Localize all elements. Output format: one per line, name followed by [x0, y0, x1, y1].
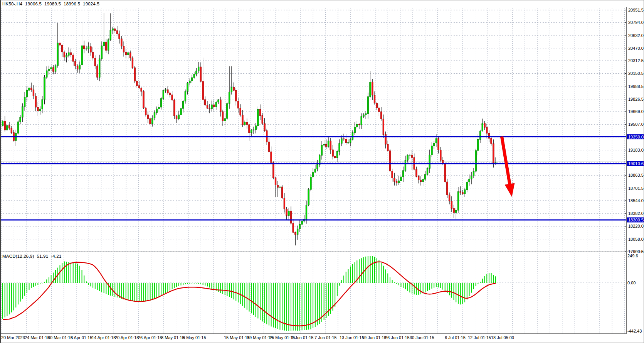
macd-histogram-bar: [370, 256, 371, 283]
macd-histogram-bar: [293, 283, 294, 331]
macd-histogram-bar: [484, 276, 485, 283]
macd-histogram-bar: [385, 269, 386, 283]
y-axis-label: 19988.5: [628, 84, 644, 89]
macd-histogram-bar: [445, 283, 446, 291]
x-axis-date-label: 12 Jul 01:15: [468, 335, 491, 340]
macd-histogram-bar: [337, 283, 338, 296]
macd-histogram-bar: [167, 283, 168, 292]
macd-histogram-bar: [24, 283, 25, 296]
macd-histogram-bar: [84, 275, 84, 283]
macd-histogram-bar: [381, 263, 382, 283]
macd-histogram-bar: [106, 283, 106, 294]
macd-histogram-bar: [387, 274, 388, 283]
macd-histogram-bar: [315, 283, 316, 327]
macd-histogram-bar: [460, 283, 461, 304]
macd-axis-label: 249.6: [627, 253, 638, 258]
macd-histogram-bar: [196, 283, 197, 284]
macd-histogram-bar: [374, 257, 375, 283]
macd-histogram-bar: [256, 283, 256, 317]
macd-histogram-bar: [35, 283, 36, 286]
macd-histogram-bar: [42, 283, 43, 283]
macd-histogram-bar: [203, 283, 203, 285]
sell-direction-arrow[interactable]: [500, 137, 515, 197]
macd-histogram-bar: [425, 283, 425, 292]
macd-histogram-bar: [273, 283, 274, 328]
axes: [0, 0, 644, 343]
macd-histogram-bar: [317, 283, 318, 325]
macd-histogram-bar: [130, 283, 131, 300]
macd-histogram-bar: [5, 283, 5, 318]
macd-histogram-bar: [183, 283, 183, 285]
macd-histogram-bar: [75, 264, 76, 283]
ohlc-high: 19089.5: [44, 2, 61, 6]
macd-histogram-bar: [172, 283, 173, 289]
x-axis-date-label: 26 Jun 01:15: [385, 335, 410, 340]
macd-histogram-bar: [431, 283, 432, 289]
macd-histogram-bar: [405, 283, 406, 289]
macd-histogram-bar: [418, 283, 419, 295]
y-axis-label: 20794.0: [628, 20, 644, 25]
macd-histogram-bar: [97, 283, 98, 290]
macd-histogram-bar: [449, 283, 450, 295]
macd-histogram-bar: [150, 283, 151, 301]
macd-histogram-bar: [251, 283, 252, 313]
y-axis-label: 20470.0: [628, 46, 644, 51]
macd-histogram-bar: [128, 283, 128, 300]
macd-histogram-bar: [136, 283, 137, 301]
macd-histogram-bar: [291, 283, 291, 331]
x-axis-date-label: 1 Jun 01:15: [291, 335, 314, 340]
macd-histogram-bar: [339, 283, 340, 286]
macd-histogram-bar: [88, 283, 89, 285]
macd-histogram-bar: [335, 283, 335, 307]
macd-histogram-bar: [473, 283, 474, 289]
y-axis-label: 20312.5: [628, 58, 644, 63]
macd-histogram-bar: [238, 283, 239, 302]
macd-histogram-bar: [37, 283, 38, 285]
macd-histogram-bar: [288, 283, 289, 331]
macd-histogram-bar: [469, 283, 470, 296]
macd-histogram-bar: [464, 283, 465, 302]
y-axis-label: 18544.0: [628, 198, 644, 203]
macd-histogram-bar: [46, 279, 47, 283]
macd-histogram-bar: [104, 283, 104, 293]
macd-histogram-bar: [126, 283, 126, 300]
macd-histogram-bar: [79, 266, 80, 283]
macd-histogram-bar: [423, 283, 424, 293]
price-chart-canvas[interactable]: 19350.019010.618300.520951.520794.020632…: [0, 0, 644, 343]
macd-histogram-bar: [264, 283, 265, 323]
macd-histogram-bar: [148, 283, 148, 301]
macd-histogram-bar: [95, 283, 96, 289]
macd-histogram-bar: [438, 283, 439, 287]
x-axis-date-label: 14 Apr 01:15: [92, 335, 116, 340]
price-level-tag-label: 19350.0: [628, 135, 644, 139]
macd-histogram-bar: [123, 283, 124, 299]
macd-histogram-bar: [73, 263, 74, 283]
macd-histogram-bar: [2, 283, 3, 319]
macd-histogram-bar: [478, 283, 478, 284]
x-axis-date-label: 6 Apr 01:15: [71, 335, 92, 340]
macd-histogram-bar: [222, 283, 223, 294]
macd-histogram-bar: [456, 283, 456, 302]
macd-histogram-bar: [181, 283, 182, 286]
price-level-tag-label: 18300.5: [628, 218, 644, 222]
macd-histogram-bar: [27, 283, 27, 293]
macd-axis-label: -442.43: [627, 329, 642, 333]
y-axis-label: 18220.0: [628, 224, 644, 228]
macd-histogram-bar: [471, 283, 472, 293]
macd-histogram-bar: [40, 283, 40, 284]
y-axis-label: 18058.0: [628, 237, 644, 242]
macd-histogram-bar: [143, 283, 144, 301]
macd-histogram-bar: [295, 283, 296, 331]
macd-histogram-bar: [110, 283, 111, 296]
macd-histogram-bar: [211, 283, 212, 289]
macd-histogram-bar: [7, 283, 7, 316]
y-axis-label: 19507.0: [628, 122, 644, 127]
macd-histogram-bar: [409, 283, 410, 292]
y-axis-label: 18701.5: [628, 186, 644, 191]
y-axis-labels: 20951.520794.020632.020470.020312.520150…: [625, 8, 644, 254]
macd-name: MACD(12,26,9): [2, 254, 34, 259]
macd-histogram-bar: [194, 283, 195, 284]
macd-histogram-bar: [77, 264, 78, 283]
macd-histogram-bar: [247, 283, 247, 310]
x-axis-date-label: 18 Jul 05:00: [491, 335, 514, 340]
